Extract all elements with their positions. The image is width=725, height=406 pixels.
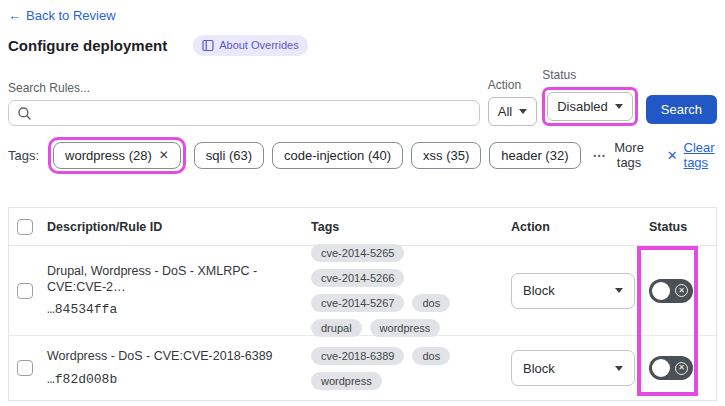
configure-deployment-page: ← Back to Review Configure deployment Ab… xyxy=(0,0,725,406)
page-title: Configure deployment xyxy=(8,37,167,54)
tag-pill: cve-2014-5265 xyxy=(311,244,404,262)
caret-down-icon xyxy=(615,288,623,293)
rule-tags: cve-2014-5265 cve-2014-5266 cve-2014-526… xyxy=(311,244,503,337)
action-dropdown-value: All xyxy=(498,104,512,119)
status-dropdown-value: Disabled xyxy=(557,99,608,114)
book-icon xyxy=(202,39,214,52)
back-arrow-icon: ← xyxy=(8,8,21,23)
table-row: Wordpress - DoS - CVE:CVE-2018-6389 …f82… xyxy=(9,336,716,400)
tag-filter-wordpress[interactable]: wordpress (28) ✕ xyxy=(53,142,181,169)
rule-tags: cve-2018-6389 dos wordpress xyxy=(311,347,503,390)
selected-tag-highlight-annotation: wordpress (28) ✕ xyxy=(48,137,186,174)
rule-description: Wordpress - DoS - CVE:CVE-2018-6389 xyxy=(47,349,303,365)
action-select[interactable]: Block xyxy=(511,273,635,309)
rule-description: Drupal, Wordpress - DoS - XMLRPC - CVE:C… xyxy=(47,264,303,295)
tag-filter-header[interactable]: header (32) xyxy=(489,142,580,169)
clear-tags-label: Clear tags xyxy=(684,140,717,170)
about-overrides-label: About Overrides xyxy=(219,39,298,51)
column-header-action: Action xyxy=(507,220,641,234)
tag-filter-sqli[interactable]: sqli (63) xyxy=(194,142,264,169)
more-tags-button[interactable]: ⋯ More tags xyxy=(593,140,645,170)
back-to-review-link[interactable]: ← Back to Review xyxy=(8,8,116,23)
tag-pill: wordpress xyxy=(311,372,382,390)
search-rules-label: Search Rules... xyxy=(8,81,480,95)
search-rules-input[interactable] xyxy=(8,100,480,126)
tag-pill: cve-2018-6389 xyxy=(311,347,404,365)
clear-icon: ✕ xyxy=(667,148,678,163)
action-filter-label: Action xyxy=(488,78,537,92)
toggle-x-icon: ✕ xyxy=(675,362,688,375)
select-all-checkbox[interactable] xyxy=(17,219,33,235)
status-dropdown[interactable]: Disabled xyxy=(547,92,633,121)
title-row: Configure deployment About Overrides xyxy=(8,34,717,56)
search-icon xyxy=(17,106,32,121)
tag-filter-xss[interactable]: xss (35) xyxy=(411,142,481,169)
search-group: Search Rules... xyxy=(8,81,480,126)
column-header-description: Description/Rule ID xyxy=(41,220,307,234)
toggle-knob xyxy=(652,359,670,377)
tag-pill: wordpress xyxy=(370,319,441,337)
caret-down-icon xyxy=(519,109,527,114)
rules-table: Description/Rule ID Tags Action Status D… xyxy=(8,207,717,401)
tag-pill: drupal xyxy=(311,319,362,337)
tag-filter-code-injection[interactable]: code-injection (40) xyxy=(272,142,403,169)
about-overrides-badge[interactable]: About Overrides xyxy=(193,35,307,56)
search-button[interactable]: Search xyxy=(646,95,717,124)
rule-id: …84534ffa xyxy=(47,302,303,317)
action-select-value: Block xyxy=(523,283,555,298)
table-row: Drupal, Wordpress - DoS - XMLRPC - CVE:C… xyxy=(9,246,716,336)
ellipsis-icon: ⋯ xyxy=(593,148,607,163)
remove-tag-icon[interactable]: ✕ xyxy=(159,148,169,162)
status-filter-label: Status xyxy=(542,68,638,82)
rule-id: …f82d008b xyxy=(47,372,303,387)
status-filter-group: Status Disabled xyxy=(542,68,638,126)
tags-bar: Tags: wordpress (28) ✕ sqli (63) code-in… xyxy=(8,139,717,171)
column-header-status: Status xyxy=(641,220,714,234)
status-toggle-off[interactable]: ✕ xyxy=(649,356,693,380)
status-toggle-off[interactable]: ✕ xyxy=(649,279,693,303)
action-dropdown[interactable]: All xyxy=(488,97,537,126)
tag-pill: dos xyxy=(412,294,450,312)
back-link-label: Back to Review xyxy=(26,8,116,23)
tag-filter-label: wordpress (28) xyxy=(65,148,152,163)
tag-pill: cve-2014-5266 xyxy=(311,269,404,287)
status-dropdown-highlight-annotation: Disabled xyxy=(542,87,638,126)
toggle-knob xyxy=(652,282,670,300)
more-tags-label: More tags xyxy=(614,140,645,170)
tag-pill: cve-2014-5267 xyxy=(311,294,404,312)
toggle-x-icon: ✕ xyxy=(675,284,688,297)
row-checkbox[interactable] xyxy=(17,360,33,376)
tags-label: Tags: xyxy=(8,148,39,163)
action-select-value: Block xyxy=(523,361,555,376)
row-checkbox[interactable] xyxy=(17,283,33,299)
caret-down-icon xyxy=(615,366,623,371)
table-header-row: Description/Rule ID Tags Action Status xyxy=(9,208,716,246)
caret-down-icon xyxy=(615,104,623,109)
column-header-tags: Tags xyxy=(307,220,507,234)
action-select[interactable]: Block xyxy=(511,350,635,386)
filter-bar: Search Rules... Action All Status Disabl… xyxy=(8,68,717,126)
clear-tags-link[interactable]: ✕ Clear tags xyxy=(667,140,717,170)
action-filter-group: Action All xyxy=(488,78,537,126)
tag-pill: dos xyxy=(412,347,450,365)
